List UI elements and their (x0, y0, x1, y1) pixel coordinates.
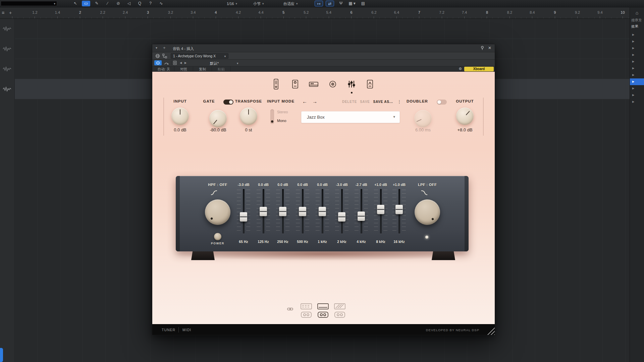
power-button[interactable] (214, 233, 221, 240)
band-fader-handle[interactable] (279, 207, 286, 216)
close-icon[interactable]: ✕ (488, 46, 491, 50)
timeline-ruler[interactable]: ≡ + 1.21.422.22.433.23.444.24.455.25.466… (0, 7, 630, 19)
band-slider[interactable] (371, 189, 390, 234)
expand-arrow-icon[interactable]: ▶ (632, 58, 634, 65)
bend-tool[interactable]: ∿ (157, 1, 165, 6)
plugin-power-button[interactable] (154, 60, 162, 65)
amp-icon[interactable] (308, 77, 320, 91)
effect-tree-item[interactable]: ▶ (630, 78, 644, 85)
pin-icon[interactable] (480, 46, 485, 51)
expand-arrow-icon[interactable]: ▶ (632, 78, 634, 85)
window-menu-chevron-icon[interactable]: ▾ (156, 46, 157, 50)
drive-pedal-icon[interactable] (289, 77, 301, 91)
plugin-selector-dropdown[interactable]: 1 - Archetype Cory Wong X ▼ (171, 53, 228, 59)
link-sections-icon[interactable] (287, 307, 293, 311)
arrow-tool[interactable]: ↖ (71, 1, 79, 6)
listen-tool[interactable]: ? (146, 1, 155, 6)
pencil-tool[interactable]: ✎ (93, 1, 101, 6)
rig-cab-icon[interactable] (334, 303, 346, 310)
effect-tree-item[interactable]: ▶ (630, 32, 644, 38)
compressor-pedal-icon[interactable] (270, 77, 282, 91)
band-fader-handle[interactable] (377, 205, 384, 214)
effect-tree-item[interactable]: ▶ (630, 85, 644, 92)
band-fader-handle[interactable] (338, 212, 345, 222)
rig-amp-icon-selected[interactable] (317, 303, 329, 310)
follow-button[interactable]: ⇄ (326, 1, 334, 6)
hamburger-icon[interactable]: ≡ (2, 10, 4, 15)
band-slider[interactable] (254, 189, 273, 234)
footswitch-icon-center-selected[interactable] (317, 312, 329, 318)
effect-tree-item[interactable]: ▶ (630, 58, 644, 65)
routing-icon[interactable] (162, 54, 167, 58)
band-fader-handle[interactable] (240, 212, 247, 222)
xboard-button[interactable]: Xboard (464, 67, 494, 71)
expand-arrow-icon[interactable]: ▶ (632, 45, 634, 52)
waveform-icon[interactable] (3, 66, 12, 72)
globe-icon[interactable] (155, 54, 160, 58)
lpf-knob[interactable] (415, 199, 440, 225)
preset-previous-arrow[interactable]: ← (302, 99, 307, 104)
band-slider[interactable] (234, 189, 253, 234)
effect-tree-item[interactable]: ▶ (630, 92, 644, 99)
next-preset-button[interactable]: ▶ (184, 61, 186, 64)
input-mode-switch[interactable] (270, 109, 274, 124)
copy-tab[interactable]: 复制 (193, 66, 212, 72)
expand-arrow-icon[interactable]: ▶ (632, 38, 634, 45)
input-knob[interactable] (171, 108, 189, 125)
split-tool[interactable]: ∕ (103, 1, 112, 6)
footswitch-icon-left[interactable] (300, 312, 312, 318)
gate-pedal-icon[interactable] (364, 77, 376, 91)
preset-combobox[interactable]: Jazz Box ▾ (301, 111, 400, 123)
mixer-button[interactable]: ▤ (359, 1, 367, 6)
band-fader-handle[interactable] (395, 205, 403, 214)
input-mode-stereo-option[interactable]: Stereo (277, 110, 288, 114)
preset-dropdown-chevron-icon[interactable]: ▾ (237, 62, 238, 65)
rig-pedals-icon[interactable] (300, 303, 312, 310)
waveform-icon[interactable] (3, 26, 12, 32)
band-fader-handle[interactable] (260, 207, 267, 216)
bypass-icon[interactable] (163, 60, 169, 65)
range-tool[interactable]: ▭ (82, 1, 90, 6)
footswitch-icon-right[interactable] (334, 312, 346, 318)
previous-preset-button[interactable]: ◀ (180, 61, 182, 64)
doubler-knob[interactable] (414, 110, 432, 127)
band-slider[interactable] (332, 189, 351, 234)
tuner-button[interactable]: TUNER (162, 328, 175, 332)
paste-tab[interactable]: 粘贴 (212, 66, 231, 72)
quantize-dropdown[interactable]: 1/16 ▾ (227, 1, 237, 6)
automation-tab[interactable]: 自动: 关 (154, 66, 174, 72)
eq-section-icon-selected[interactable] (345, 77, 358, 91)
snap-mode-dropdown[interactable]: 自适应 ▾ (283, 1, 298, 6)
expand-arrow-icon[interactable]: ▶ (632, 99, 634, 105)
add-track-button[interactable]: + (9, 10, 12, 15)
browser-effects-tab[interactable]: 效果 (631, 24, 638, 29)
preset-save-as-button[interactable]: SAVE AS... (371, 100, 395, 104)
doubler-toggle[interactable] (437, 100, 447, 105)
band-slider[interactable] (293, 189, 312, 234)
resize-grip[interactable] (486, 326, 495, 335)
mute-tool[interactable]: ◁ (125, 1, 133, 6)
daw-preset-name[interactable]: 默认* (201, 61, 228, 66)
expand-arrow-icon[interactable]: ▶ (632, 92, 634, 99)
hpf-knob[interactable] (205, 199, 230, 225)
effect-tree-item[interactable]: ▶ (630, 52, 644, 58)
preset-file-icon[interactable] (173, 61, 177, 65)
effect-tree-item[interactable]: ▶ (630, 99, 644, 105)
plugin-window-titlebar[interactable]: ▾ + 音轨 4 - 插入 ✕ (152, 44, 495, 52)
waveform-icon[interactable] (3, 46, 12, 52)
expand-arrow-icon[interactable]: ▶ (632, 65, 634, 72)
grid-button[interactable]: ▦ ▾ (348, 1, 356, 6)
add-insert-button[interactable]: + (163, 45, 166, 50)
transpose-knob[interactable] (240, 108, 257, 125)
band-slider[interactable] (390, 189, 409, 234)
band-slider[interactable] (352, 189, 371, 234)
band-slider[interactable] (273, 189, 292, 234)
effect-tree-item[interactable]: ▶ (630, 72, 644, 78)
zoom-tool[interactable]: Q (136, 1, 144, 6)
expand-arrow-icon[interactable]: ▶ (632, 52, 634, 58)
effect-tree-item[interactable]: ▶ (630, 65, 644, 72)
effect-tree-item[interactable]: ▶ (630, 38, 644, 45)
band-slider[interactable] (313, 189, 332, 234)
band-fader-handle[interactable] (299, 207, 306, 216)
band-fader-handle[interactable] (358, 212, 365, 221)
